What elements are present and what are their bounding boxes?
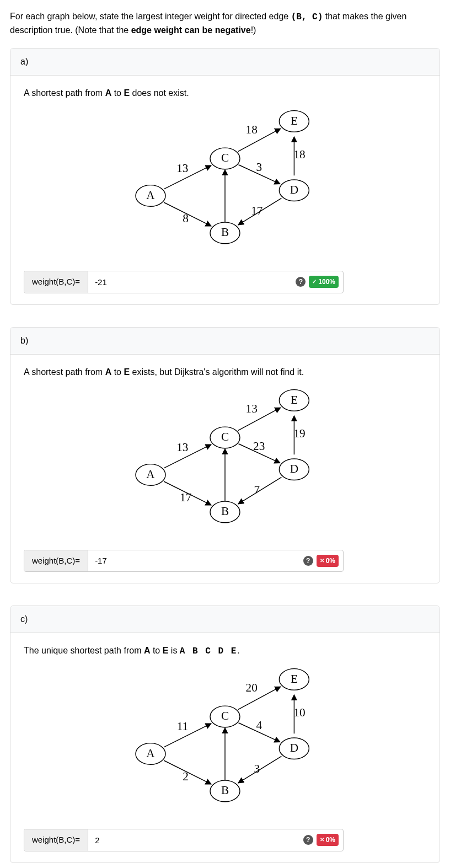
- answer-row: weight(B,C)= ? ✓ 100%: [24, 271, 344, 293]
- svg-text:23: 23: [253, 439, 265, 452]
- score-badge: ✓ 100%: [309, 276, 339, 288]
- graph-svg: 11 2 20 4 3 10 A B C D E: [115, 663, 335, 812]
- edge-CD: 4: [239, 719, 280, 742]
- svg-text:19: 19: [293, 427, 305, 440]
- part-description: The unique shortest path from A to E is …: [24, 644, 426, 658]
- graph-container: 11 2 20 4 3 10 A B C D E: [24, 663, 426, 812]
- svg-text:B: B: [221, 505, 229, 518]
- node-E: E: [279, 111, 309, 132]
- svg-text:C: C: [221, 709, 229, 722]
- svg-text:D: D: [290, 462, 298, 475]
- score-badge: ✕ 0%: [317, 555, 339, 567]
- edge-AB: 8: [164, 202, 211, 226]
- answer-row: weight(B,C)= ? ✕ 0%: [24, 550, 344, 572]
- node-C: C: [210, 706, 240, 727]
- graph-svg: 13 17 13 23 7 19 A B C D E: [115, 384, 335, 533]
- answer-input[interactable]: [88, 831, 303, 849]
- svg-text:3: 3: [254, 762, 260, 775]
- svg-text:7: 7: [254, 483, 260, 496]
- svg-text:D: D: [290, 741, 298, 754]
- answer-row: weight(B,C)= ? ✕ 0%: [24, 829, 344, 851]
- svg-text:D: D: [290, 183, 298, 196]
- badge-text: 0%: [326, 835, 335, 845]
- badge-text: 0%: [326, 556, 335, 566]
- node-C: C: [210, 427, 240, 448]
- help-icon[interactable]: ?: [303, 556, 313, 566]
- badge-icon: ✓: [312, 279, 317, 285]
- prompt-edge: (B, C): [291, 12, 323, 22]
- svg-text:A: A: [146, 189, 155, 202]
- answer-input[interactable]: [88, 551, 303, 570]
- svg-text:B: B: [221, 226, 229, 239]
- node-A: A: [136, 743, 165, 765]
- edge-AC: 11: [164, 720, 211, 747]
- answer-label: weight(B,C)=: [24, 550, 88, 572]
- graph-svg: 13 8 18 3 17 18 A B C D E: [115, 105, 335, 254]
- svg-text:18: 18: [246, 123, 258, 136]
- svg-text:2: 2: [183, 770, 189, 783]
- svg-text:20: 20: [246, 681, 258, 694]
- svg-line-27: [238, 408, 281, 430]
- badge-text: 100%: [318, 277, 335, 287]
- graph-container: 13 17 13 23 7 19 A B C D E: [24, 384, 426, 533]
- svg-text:18: 18: [293, 148, 305, 161]
- node-D: D: [279, 459, 309, 480]
- svg-line-4: [238, 128, 281, 151]
- svg-text:B: B: [221, 784, 229, 797]
- edge-AC: 13: [164, 440, 211, 468]
- edge-CD: 23: [239, 439, 280, 463]
- svg-text:C: C: [221, 151, 229, 164]
- node-D: D: [279, 180, 309, 201]
- answer-label: weight(B,C)=: [24, 829, 88, 851]
- edge-DB: 3: [238, 756, 282, 783]
- prompt-text-pre: For each graph below, state the largest …: [10, 12, 291, 21]
- svg-text:E: E: [291, 393, 298, 406]
- prompt-text-post: !): [251, 25, 256, 35]
- part-card-1: b) A shortest path from A to E exists, b…: [10, 327, 440, 584]
- part-description: A shortest path from A to E exists, but …: [24, 366, 426, 379]
- svg-text:8: 8: [183, 212, 189, 225]
- answer-input[interactable]: [88, 273, 296, 291]
- svg-text:17: 17: [251, 204, 262, 217]
- svg-text:13: 13: [176, 162, 188, 175]
- edge-AB: 17: [164, 481, 211, 505]
- svg-text:E: E: [291, 672, 298, 685]
- svg-line-50: [238, 687, 281, 709]
- part-card-0: a) A shortest path from A to E does not …: [10, 48, 440, 305]
- node-B: B: [210, 780, 240, 802]
- svg-text:A: A: [146, 467, 155, 480]
- node-B: B: [210, 501, 240, 523]
- edge-DB: 17: [238, 198, 282, 224]
- svg-text:10: 10: [293, 706, 305, 719]
- svg-text:17: 17: [180, 491, 191, 504]
- edge-DE: 19: [293, 415, 305, 454]
- svg-text:4: 4: [256, 719, 262, 732]
- part-label: a): [10, 49, 440, 76]
- node-D: D: [279, 738, 309, 759]
- edge-CE: 18: [238, 123, 281, 151]
- help-icon[interactable]: ?: [296, 277, 306, 287]
- edge-DE: 18: [293, 137, 305, 175]
- svg-text:E: E: [291, 114, 298, 127]
- edge-DB: 7: [238, 477, 282, 503]
- part-description: A shortest path from A to E does not exi…: [24, 87, 426, 100]
- question-prompt: For each graph below, state the largest …: [10, 10, 440, 37]
- svg-text:11: 11: [177, 720, 188, 733]
- badge-icon: ✕: [320, 558, 324, 564]
- svg-text:C: C: [221, 430, 229, 443]
- svg-text:13: 13: [246, 402, 258, 415]
- part-label: b): [10, 328, 440, 355]
- edge-CE: 20: [238, 681, 281, 709]
- help-icon[interactable]: ?: [303, 835, 313, 845]
- edge-AC: 13: [164, 162, 211, 189]
- svg-text:3: 3: [256, 160, 262, 174]
- node-A: A: [136, 185, 165, 207]
- node-E: E: [279, 389, 309, 411]
- edge-DE: 10: [293, 695, 305, 733]
- node-A: A: [136, 464, 165, 485]
- answer-label: weight(B,C)=: [24, 271, 88, 293]
- node-E: E: [279, 669, 309, 690]
- prompt-bold: edge weight can be negative: [131, 25, 251, 35]
- edge-CD: 3: [239, 160, 280, 184]
- node-B: B: [210, 222, 240, 244]
